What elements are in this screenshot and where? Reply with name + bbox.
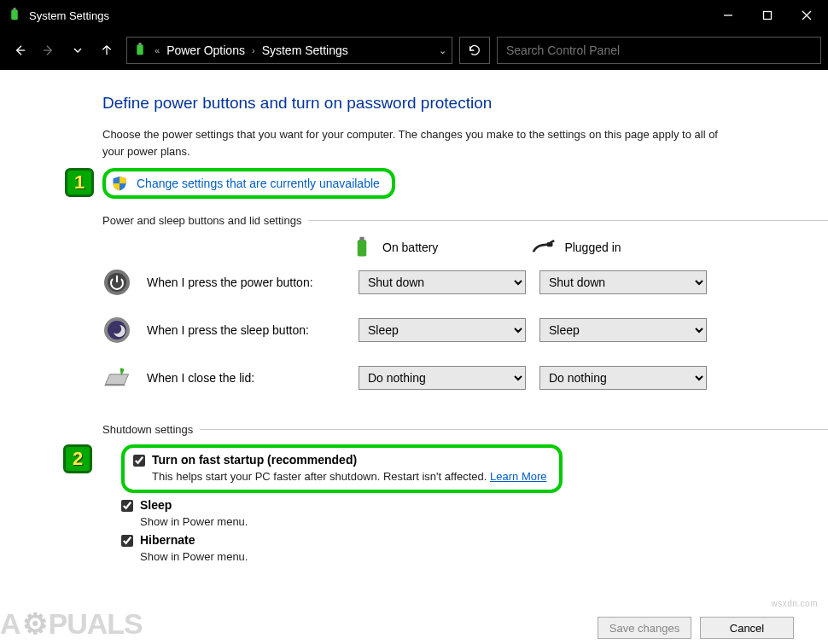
chevron-down-icon[interactable]: ⌄ xyxy=(439,45,446,56)
power-button-icon xyxy=(102,268,131,297)
svg-rect-0 xyxy=(11,9,18,20)
footer-buttons: Save changes Cancel xyxy=(598,617,794,639)
hibernate-desc: Show in Power menu. xyxy=(140,550,828,563)
learn-more-link[interactable]: Learn More xyxy=(490,470,546,483)
page-intro: Choose the power settings that you want … xyxy=(102,126,734,160)
recent-dropdown[interactable] xyxy=(65,38,90,63)
breadcrumb-item[interactable]: Power Options xyxy=(166,44,245,57)
svg-rect-12 xyxy=(547,242,553,247)
hibernate-label: Hibernate xyxy=(140,533,195,547)
sleep-checkbox[interactable] xyxy=(121,500,133,512)
address-bar[interactable]: « Power Options › System Settings ⌄ xyxy=(126,37,452,64)
window-title: System Settings xyxy=(29,9,708,22)
svg-rect-9 xyxy=(139,43,142,45)
fast-startup-desc: This helps start your PC faster after sh… xyxy=(152,470,547,483)
watermark-logo: A⚙PUALS xyxy=(0,606,143,641)
row-label: When I press the sleep button: xyxy=(147,323,359,337)
breadcrumb-item[interactable]: System Settings xyxy=(262,44,348,57)
back-button[interactable] xyxy=(7,38,32,63)
content-area: Define power buttons and turn on passwor… xyxy=(0,70,828,563)
section-header: Power and sleep buttons and lid settings xyxy=(102,214,828,227)
watermark-text: wsxdn.com xyxy=(771,599,818,608)
page-heading: Define power buttons and turn on passwor… xyxy=(102,94,828,113)
close-button[interactable] xyxy=(787,0,826,31)
section-title: Shutdown settings xyxy=(102,423,193,436)
navbar: « Power Options › System Settings ⌄ xyxy=(0,31,828,70)
search-input[interactable] xyxy=(497,37,821,64)
close-lid-row: When I close the lid: Do nothing Do noth… xyxy=(102,363,828,392)
close-lid-plugged-select[interactable]: Do nothing xyxy=(539,366,707,390)
section-title: Power and sleep buttons and lid settings xyxy=(102,214,301,227)
sleep-button-battery-select[interactable]: Sleep xyxy=(359,318,526,342)
svg-rect-10 xyxy=(358,240,367,256)
sleep-label: Sleep xyxy=(140,498,172,512)
save-changes-button[interactable]: Save changes xyxy=(598,617,691,639)
fast-startup-checkbox[interactable] xyxy=(133,455,145,467)
power-button-row: When I press the power button: Shut down… xyxy=(102,268,828,297)
section-header: Shutdown settings xyxy=(102,423,828,436)
chevron-left-icon: « xyxy=(155,45,160,55)
gear-icon: ⚙ xyxy=(22,606,47,641)
plug-icon xyxy=(532,235,556,259)
battery-icon xyxy=(350,235,374,259)
up-button[interactable] xyxy=(94,38,120,63)
power-button-battery-select[interactable]: Shut down xyxy=(359,270,526,294)
col-battery-label: On battery xyxy=(382,241,438,254)
power-options-icon xyxy=(132,43,148,58)
titlebar: System Settings xyxy=(0,0,828,31)
minimize-button[interactable] xyxy=(708,0,748,31)
grid-header: On battery Plugged in xyxy=(350,235,828,259)
fast-startup-label: Turn on fast startup (recommended) xyxy=(152,453,357,467)
sleep-button-row: When I press the sleep button: Sleep Sle… xyxy=(102,316,828,345)
hibernate-checkbox[interactable] xyxy=(121,535,133,547)
chevron-right-icon: › xyxy=(252,45,255,55)
cancel-button[interactable]: Cancel xyxy=(700,617,794,639)
fast-startup-highlight: Turn on fast startup (recommended) This … xyxy=(121,444,563,493)
power-button-plugged-select[interactable]: Shut down xyxy=(539,270,707,294)
sleep-button-icon xyxy=(102,316,131,345)
forward-button[interactable] xyxy=(36,38,61,63)
maximize-button[interactable] xyxy=(748,0,787,31)
svg-rect-1 xyxy=(14,8,16,10)
close-lid-battery-select[interactable]: Do nothing xyxy=(359,366,526,390)
refresh-button[interactable] xyxy=(459,37,490,64)
change-settings-highlight: Change settings that are currently unava… xyxy=(102,168,395,199)
sleep-button-plugged-select[interactable]: Sleep xyxy=(539,318,707,342)
svg-rect-8 xyxy=(137,44,143,55)
uac-shield-icon xyxy=(111,175,128,192)
svg-rect-11 xyxy=(359,237,364,241)
svg-rect-3 xyxy=(764,12,772,20)
row-label: When I close the lid: xyxy=(147,371,359,385)
annotation-badge-2: 2 xyxy=(63,444,92,473)
annotation-badge-1: 1 xyxy=(65,168,94,197)
row-label: When I press the power button: xyxy=(147,276,359,289)
col-plugged-label: Plugged in xyxy=(564,241,621,254)
laptop-lid-icon xyxy=(102,363,131,392)
change-settings-link[interactable]: Change settings that are currently unava… xyxy=(137,177,380,190)
power-options-icon xyxy=(7,8,22,23)
sleep-desc: Show in Power menu. xyxy=(140,515,828,528)
